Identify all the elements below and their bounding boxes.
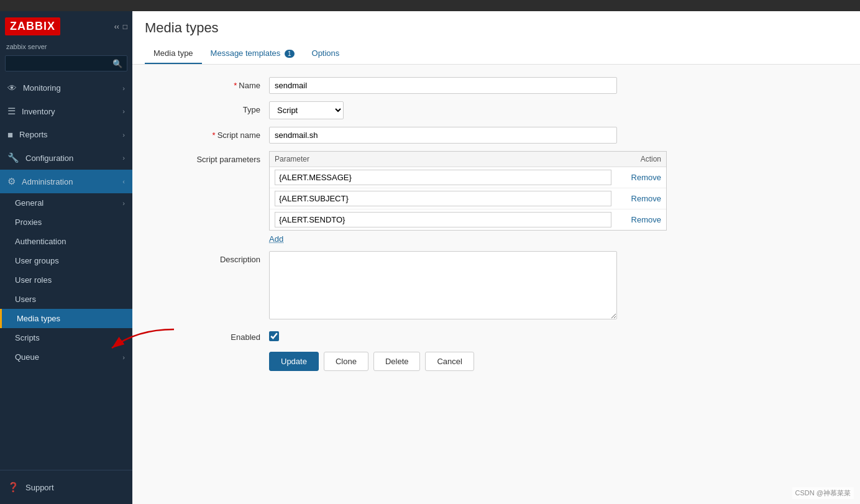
page-title: Media types [145,20,848,36]
sidebar-subitem-label: User groups [15,256,59,265]
tab-message-templates[interactable]: Message templates 1 [202,44,303,64]
name-control [269,77,642,94]
sidebar-item-administration[interactable]: ⚙ Administration ‹ [0,170,132,193]
required-asterisk: * [234,81,237,90]
page-header: Media types Media type Message templates… [132,11,860,65]
tabs: Media type Message templates 1 Options [145,44,848,64]
sidebar-item-reports[interactable]: ■ Reports › [0,123,132,146]
script-params-table: Parameter Action Remove Rem [269,151,667,231]
description-textarea[interactable] [269,251,617,319]
sidebar-search-container: 🔍 [5,55,127,71]
layout-icon[interactable]: □ [123,22,127,31]
param-input-1[interactable] [275,170,611,185]
action-column-header: Action [611,155,661,163]
enabled-control [269,329,642,341]
sidebar-item-proxies[interactable]: Proxies [0,213,132,232]
sidebar-header: ZABBIX ‹‹ □ [0,11,132,42]
sidebar-item-label: Monitoring [23,83,61,93]
enabled-row: Enabled [145,329,848,342]
script-params-row: Script parameters Parameter Action Remov… [145,151,848,244]
chevron-up-icon: ‹ [122,178,125,185]
sidebar-subitem-label: Proxies [15,218,42,227]
sidebar-bottom: ❓ Support [0,470,132,504]
support-icon: ❓ [7,482,19,493]
sidebar-item-label: Reports [19,130,48,139]
watermark: CSDN @神慕菜菜 [792,487,854,499]
chevron-right-icon: › [122,354,125,361]
param-input-3[interactable] [275,212,611,227]
add-param-link[interactable]: Add [269,234,283,244]
collapse-icon[interactable]: ‹‹ [114,22,119,31]
sidebar-subitem-label: Authentication [15,237,66,246]
description-control [269,251,642,321]
sidebar-subitem-label: Users [15,295,36,304]
button-row: Update Clone Delete Cancel [269,352,848,383]
sidebar-item-authentication[interactable]: Authentication [0,232,132,251]
browser-bar [0,0,860,11]
tab-media-type[interactable]: Media type [145,44,202,64]
table-row: Remove [270,188,666,209]
server-name: zabbix server [0,42,132,55]
type-label: Type [145,101,269,114]
param-action-1: Remove [611,173,661,182]
table-row: Remove [270,209,666,230]
remove-link-3[interactable]: Remove [631,215,661,224]
script-name-input[interactable] [269,127,617,144]
name-input[interactable] [269,77,617,94]
name-row: *Name [145,77,848,94]
message-templates-badge: 1 [285,50,295,58]
sidebar-item-configuration[interactable]: 🔧 Configuration › [0,146,132,170]
enabled-checkbox-wrapper [269,329,642,341]
param-action-3: Remove [611,215,661,224]
param-input-2[interactable] [275,191,611,206]
sidebar-subitem-label: Support [25,483,54,492]
param-action-2: Remove [611,194,661,203]
remove-link-2[interactable]: Remove [631,194,661,203]
parameter-column-header: Parameter [275,155,611,163]
description-row: Description [145,251,848,321]
sidebar: ZABBIX ‹‹ □ zabbix server 🔍 👁 Monitoring… [0,11,132,504]
chevron-down-icon: › [122,131,125,139]
tab-message-templates-label: Message templates [211,48,281,58]
sidebar-item-label: Inventory [22,107,55,116]
sidebar-item-label: Configuration [25,153,73,163]
update-button[interactable]: Update [269,352,319,371]
sidebar-controls[interactable]: ‹‹ □ [114,22,127,31]
sidebar-subitem-label: Media types [17,314,60,323]
clone-button[interactable]: Clone [324,352,368,371]
sidebar-item-support[interactable]: ❓ Support [0,475,132,499]
script-params-label: Script parameters [145,151,269,164]
sidebar-item-inventory[interactable]: ☰ Inventory › [0,99,132,123]
sidebar-item-general[interactable]: General › [0,193,132,213]
sidebar-item-queue[interactable]: Queue › [0,347,132,367]
monitoring-icon: 👁 [7,83,17,93]
enabled-checkbox[interactable] [269,331,279,341]
sidebar-subitem-label: Scripts [15,333,40,342]
main-content: Media types Media type Message templates… [132,11,860,504]
sidebar-item-media-types[interactable]: Media types [0,309,132,328]
chevron-down-icon: › [122,154,125,162]
name-label: *Name [145,77,269,90]
sidebar-item-users[interactable]: Users [0,290,132,309]
sidebar-subitem-label: Queue [15,352,39,362]
administration-icon: ⚙ [7,176,16,187]
delete-button[interactable]: Delete [373,352,421,371]
chevron-down-icon: › [122,108,125,115]
sidebar-item-monitoring[interactable]: 👁 Monitoring › [0,76,132,99]
required-asterisk: * [213,131,216,140]
sidebar-item-scripts[interactable]: Scripts [0,328,132,347]
cancel-button[interactable]: Cancel [425,352,473,371]
reports-icon: ■ [7,129,13,140]
chevron-right-icon: › [122,199,125,207]
script-params-header: Parameter Action [270,152,666,167]
tab-options[interactable]: Options [303,44,349,64]
search-input[interactable] [5,55,127,71]
remove-link-1[interactable]: Remove [631,173,661,182]
script-params-control: Parameter Action Remove Rem [269,151,642,244]
type-select[interactable]: Script Email SMS Webhook [269,101,344,119]
table-row: Remove [270,167,666,188]
type-control: Script Email SMS Webhook [269,101,642,119]
sidebar-item-user-groups[interactable]: User groups [0,251,132,270]
inventory-icon: ☰ [7,106,16,117]
sidebar-item-user-roles[interactable]: User roles [0,270,132,290]
